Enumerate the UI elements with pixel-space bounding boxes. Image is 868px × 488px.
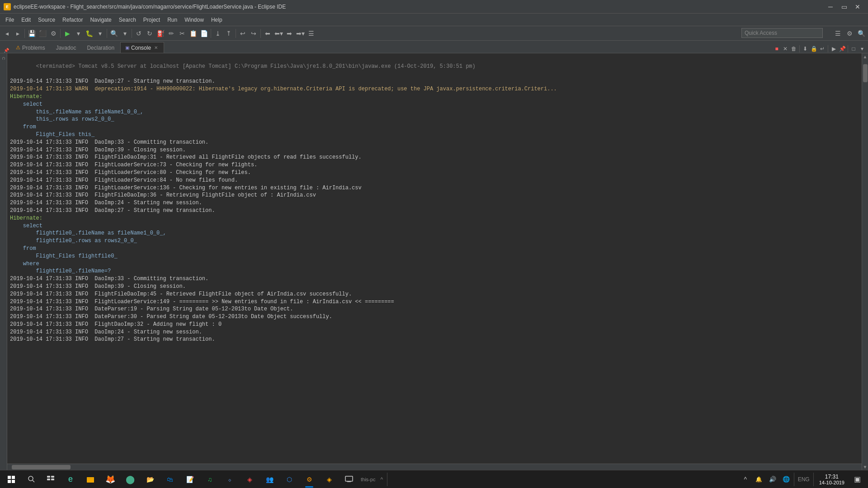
menu-edit[interactable]: Edit <box>18 15 34 25</box>
toolbar-btn15[interactable]: ↪ <box>249 28 259 38</box>
svg-rect-1 <box>12 476 15 479</box>
tray-notification[interactable]: 🔔 <box>753 470 765 488</box>
toolbar-btn4[interactable]: ▾ <box>120 28 130 38</box>
taskbar-app-orange[interactable]: ◈ <box>319 470 339 488</box>
menu-file[interactable]: File <box>2 15 18 25</box>
toolbar-btn8[interactable]: ✏ <box>166 28 176 38</box>
toolbar-btn18[interactable]: ➡ <box>284 28 294 38</box>
horizontal-scrollbar[interactable] <box>7 464 862 470</box>
menu-refactor[interactable]: Refactor <box>59 15 86 25</box>
hscroll-thumb[interactable] <box>12 465 71 469</box>
menu-window[interactable]: Window <box>181 15 208 25</box>
toolbar-btn6[interactable]: ↻ <box>145 28 155 38</box>
taskbar-this-pc[interactable] <box>339 470 359 488</box>
console-terminate[interactable]: ■ <box>773 45 781 53</box>
toolbar-btn14[interactable]: ↩ <box>238 28 248 38</box>
scroll-down-btn[interactable]: ▼ <box>862 464 868 470</box>
console-word-wrap[interactable]: ↵ <box>818 45 826 53</box>
toolbar-save[interactable]: 💾 <box>27 28 37 38</box>
scroll-thumb[interactable] <box>863 64 868 82</box>
clock-date: 14-10-2019 <box>819 480 844 485</box>
toolbar-btn3[interactable]: 🔍 <box>109 28 119 38</box>
taskbar-app-teams[interactable]: 👥 <box>259 470 279 488</box>
taskbar-app-red[interactable]: ◈ <box>240 470 259 488</box>
console-output[interactable]: <terminated> Tomcat v8.5 Server at local… <box>7 53 862 464</box>
menu-search[interactable]: Search <box>115 15 140 25</box>
clock[interactable]: 17:31 14-10-2019 <box>816 470 848 488</box>
taskbar-app-eclipse[interactable]: ⚙ <box>299 470 319 488</box>
taskbar-app-sticky[interactable]: 📝 <box>180 470 200 488</box>
taskbar-app-firefox[interactable]: 🦊 <box>100 470 120 488</box>
svg-rect-12 <box>345 476 353 481</box>
close-button[interactable]: ✕ <box>851 0 864 14</box>
svg-point-4 <box>28 476 33 481</box>
taskbar-app-folder[interactable]: 📂 <box>140 470 160 488</box>
toolbar-btn19[interactable]: ➡▾ <box>295 28 305 38</box>
console-open-console[interactable]: ▶ <box>830 45 838 53</box>
console-remove[interactable]: ✕ <box>781 45 789 53</box>
toolbar-debug[interactable]: 🐛 <box>84 28 94 38</box>
toolbar-btn7[interactable]: ⛽ <box>156 28 165 38</box>
toolbar-btn11[interactable]: 📄 <box>199 28 209 38</box>
tab-declaration[interactable]: Declaration <box>82 42 119 53</box>
console-pin[interactable]: 📌 <box>838 45 846 53</box>
taskbar-app-spotify[interactable]: ♫ <box>200 470 220 488</box>
toolbar-search2[interactable]: 🔍 <box>856 28 866 38</box>
taskbar-search-button[interactable] <box>23 470 41 488</box>
menu-navigate[interactable]: Navigate <box>86 15 115 25</box>
pin-icon[interactable]: 📌 <box>4 48 9 53</box>
toolbar-run-dropdown[interactable]: ▾ <box>73 28 83 38</box>
toolbar-forward[interactable]: ▸ <box>13 28 23 38</box>
toolbar-btn9[interactable]: ✂ <box>177 28 187 38</box>
toolbar-btn16[interactable]: ⬅ <box>263 28 273 38</box>
console-line: 2019-10-14 17:31:33 INFO DaoImp:27 - Sta… <box>10 78 859 85</box>
taskbar-app-chrome[interactable]: ⬤ <box>120 470 140 488</box>
menu-project[interactable]: Project <box>140 15 164 25</box>
taskbar-tray: ^ 🔔 🔊 🌐 ENG 17:31 14-10-2019 ▣ <box>736 470 868 488</box>
tab-console[interactable]: ▣ Console ✕ <box>120 42 164 53</box>
toolbar-btn13[interactable]: ⤒ <box>224 28 234 38</box>
toolbar-debug-dropdown[interactable]: ▾ <box>95 28 105 38</box>
toolbar-settings[interactable]: ⚙ <box>844 28 854 38</box>
toolbar-btn12[interactable]: ⤓ <box>213 28 223 38</box>
tab-problems[interactable]: ⚠ Problems <box>11 42 50 53</box>
tray-volume[interactable]: 🔊 <box>767 470 778 488</box>
toolbar-btn1[interactable]: ⬛ <box>38 28 47 38</box>
taskbar-app-explorer[interactable] <box>80 470 100 488</box>
tray-chevron[interactable]: ^ <box>740 470 751 488</box>
toolbar-run[interactable]: ▶ <box>62 28 72 38</box>
quick-access-input[interactable]: Quick Access <box>741 28 823 38</box>
toolbar-perspectives[interactable]: ☰ <box>833 28 843 38</box>
console-view-menu[interactable]: ▾ <box>858 45 866 53</box>
main-toolbar: ◂ ▸ 💾 ⬛ ⚙ ▶ ▾ 🐛 ▾ 🔍 ▾ ↺ ↻ ⛽ ✏ ✂ 📋 📄 ⤓ ⤒ … <box>0 26 868 41</box>
vertical-scrollbar[interactable]: ▲ ▼ <box>862 53 868 470</box>
console-scroll-lock[interactable]: 🔒 <box>810 45 818 53</box>
notification-center-button[interactable]: ▣ <box>850 470 864 488</box>
toolbar-btn17[interactable]: ⬅▾ <box>274 28 283 38</box>
minimize-button[interactable]: ─ <box>824 0 837 14</box>
taskbar-app-vscode[interactable]: ⬡ <box>279 470 299 488</box>
toolbar-btn5[interactable]: ↺ <box>134 28 144 38</box>
tray-network[interactable]: 🌐 <box>780 470 792 488</box>
tab-javadoc[interactable]: Javadoc <box>51 42 81 53</box>
taskbar-this-pc-label: this-pc <box>359 477 377 482</box>
toolbar-btn10[interactable]: 📋 <box>188 28 198 38</box>
toolbar-back[interactable]: ◂ <box>2 28 12 38</box>
taskbar-app-store[interactable]: 🛍 <box>160 470 180 488</box>
maximize-button[interactable]: ▭ <box>837 0 851 14</box>
console-maximize[interactable]: □ <box>849 45 858 53</box>
menu-source[interactable]: Source <box>34 15 59 25</box>
toolbar-btn20[interactable]: ☰ <box>306 28 316 38</box>
taskbar-app-eclipse-tools[interactable]: ⬦ <box>220 470 240 488</box>
taskbar-task-view[interactable] <box>41 470 61 488</box>
taskbar-app-edge[interactable]: e <box>61 470 80 488</box>
toolbar-btn2[interactable]: ⚙ <box>48 28 58 38</box>
console-clear[interactable]: 🗑 <box>790 45 798 53</box>
start-button[interactable] <box>0 470 23 488</box>
taskbar-overflow[interactable]: ^ <box>377 476 386 483</box>
scroll-up-btn[interactable]: ▲ <box>862 53 868 60</box>
tab-console-close[interactable]: ✕ <box>153 45 159 51</box>
menu-run[interactable]: Run <box>164 15 181 25</box>
menu-help[interactable]: Help <box>208 15 226 25</box>
console-scroll-end[interactable]: ⬇ <box>801 45 809 53</box>
